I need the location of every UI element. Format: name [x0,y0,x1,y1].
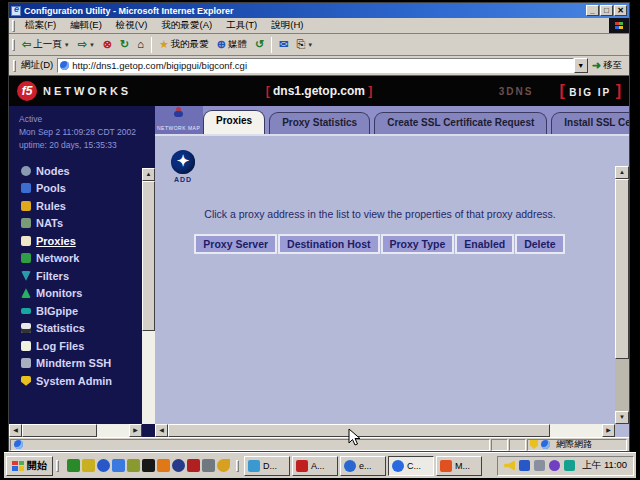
content-horizontal-scrollbar[interactable]: ◀ ▶ [155,424,615,437]
tab-create-ssl-certificate-request[interactable]: Create SSL Certificate Request [374,112,547,134]
scroll-left-icon[interactable]: ◀ [155,424,168,437]
task-window-button-active[interactable]: C... [388,456,434,476]
sidebar-item-network[interactable]: Network [21,250,155,268]
sidebar-item-statistics[interactable]: Statistics [21,320,155,338]
network-map-corner[interactable]: NETWORK MAP [155,106,203,134]
sidebar-item-mindterm-ssh[interactable]: Mindterm SSH [21,355,155,373]
scroll-right-icon[interactable]: ▶ [602,424,615,437]
add-plus-icon[interactable]: ✦ [171,150,195,174]
quicklaunch-icon[interactable] [217,459,230,472]
quicklaunch-icon[interactable] [187,459,200,472]
volume-icon[interactable] [504,460,515,471]
quicklaunch-icon[interactable] [202,459,215,472]
home-button[interactable]: ⌂ [133,38,148,51]
menu-help[interactable]: 說明(H) [264,18,310,33]
url-text[interactable]: http://dns1.getop.com/bigipgui/bigconf.c… [72,60,571,71]
grip-handle[interactable] [12,39,15,51]
address-input[interactable]: http://dns1.getop.com/bigipgui/bigconf.c… [57,58,574,73]
refresh-button[interactable]: ↻ [116,38,133,51]
media-button[interactable]: ⊕ 媒體 [213,37,251,52]
mail-button[interactable]: ✉ [275,38,292,51]
task-window-button[interactable]: M... [436,456,482,476]
menu-favorites[interactable]: 我的最愛(A) [154,18,219,33]
product-3dns-label[interactable]: 3DNS [499,86,534,97]
sidebar-item-filters[interactable]: Filters [21,267,155,285]
quicklaunch-icon[interactable] [172,459,185,472]
quicklaunch-icon[interactable] [97,459,110,472]
content-vertical-scrollbar[interactable]: ▲ ▼ [615,166,629,424]
minimize-button[interactable]: _ [586,5,599,16]
scrollbar-thumb[interactable] [22,424,97,437]
tab-install-ssl-certificate[interactable]: Install SSL Certificate [551,112,629,134]
network-status-icon[interactable] [519,460,530,471]
display-icon[interactable] [534,460,545,471]
address-dropdown-button[interactable]: ▼ [574,58,588,73]
sidebar-item-nats[interactable]: NATs [21,215,155,233]
close-button[interactable]: ✕ [614,5,627,16]
sidebar-item-pools[interactable]: Pools [21,180,155,198]
sidebar-item-logfiles[interactable]: Log Files [21,337,155,355]
tray-app-icon[interactable] [549,460,560,471]
task-window-button[interactable]: e... [340,456,386,476]
sidebar-vertical-scrollbar[interactable]: ▲ [142,168,155,424]
quicklaunch-icon[interactable] [82,459,95,472]
grip-handle[interactable] [12,20,15,32]
scrollbar-thumb[interactable] [615,179,629,359]
grip-handle[interactable] [236,460,239,472]
scroll-up-icon[interactable]: ▲ [142,168,155,181]
column-header-destination-host[interactable]: Destination Host [278,234,379,254]
go-button[interactable]: ➜ 移至 [588,59,626,72]
scrollbar-track[interactable] [168,424,602,437]
add-proxy-control[interactable]: ✦ ADD [171,150,195,183]
taskbar-clock[interactable]: 上午 11:00 [582,459,627,472]
start-button[interactable]: 開始 [6,456,53,476]
address-label: 網址(D) [21,59,53,72]
grip-handle[interactable] [13,60,16,72]
tab-proxies[interactable]: Proxies [203,110,265,134]
column-header-enabled[interactable]: Enabled [455,234,514,254]
menu-file[interactable]: 檔案(F) [18,18,63,33]
menu-tools[interactable]: 工具(T) [219,18,264,33]
scroll-left-icon[interactable]: ◀ [9,424,22,437]
task-window-button[interactable]: A... [292,456,338,476]
maximize-button[interactable]: □ [600,5,613,16]
menu-edit[interactable]: 編輯(E) [63,18,109,33]
scrollbar-track[interactable] [22,424,129,437]
sidebar-item-system-admin[interactable]: System Admin [21,372,155,390]
quicklaunch-icon[interactable] [157,459,170,472]
scroll-up-icon[interactable]: ▲ [615,166,629,179]
command-prompt-icon[interactable] [142,459,155,472]
forward-button[interactable]: ⇨ ▼ [74,38,99,51]
quicklaunch-icon[interactable] [127,459,140,472]
favorites-button[interactable]: ★ 我的最愛 [155,37,213,52]
back-dropdown-icon[interactable]: ▼ [64,42,70,48]
tab-proxy-statistics[interactable]: Proxy Statistics [269,112,370,134]
product-bigip-label[interactable]: [ BIG IP ] [559,82,621,100]
scrollbar-track[interactable] [615,359,629,411]
column-header-delete[interactable]: Delete [515,234,565,254]
scroll-down-icon[interactable]: ▼ [615,411,629,424]
quicklaunch-icon[interactable] [67,459,80,472]
forward-dropdown-icon[interactable]: ▼ [89,42,95,48]
print-button[interactable]: ⎘ ▼ [292,38,317,51]
scrollbar-thumb[interactable] [142,181,155,331]
scroll-right-icon[interactable]: ▶ [129,424,142,437]
sidebar-item-nodes[interactable]: Nodes [21,162,155,180]
print-dropdown-icon[interactable]: ▼ [307,42,313,48]
internet-explorer-icon[interactable] [112,459,125,472]
sidebar-item-rules[interactable]: Rules [21,197,155,215]
status-pane [491,439,508,451]
task-window-button[interactable]: D... [244,456,290,476]
history-button[interactable]: ↺ [251,38,268,51]
back-button[interactable]: ⇦ 上一頁 ▼ [18,37,74,52]
tray-app-icon[interactable] [564,460,575,471]
column-header-proxy-server[interactable]: Proxy Server [194,234,277,254]
grip-handle[interactable] [56,460,59,472]
sidebar-item-proxies[interactable]: Proxies [21,232,155,250]
sidebar-horizontal-scrollbar[interactable]: ◀ ▶ [9,424,142,437]
sidebar-item-bigpipe[interactable]: BIGpipe [21,302,155,320]
column-header-proxy-type[interactable]: Proxy Type [381,234,455,254]
sidebar-item-monitors[interactable]: Monitors [21,285,155,303]
stop-button[interactable]: ⊗ [99,38,116,51]
menu-view[interactable]: 檢視(V) [109,18,155,33]
